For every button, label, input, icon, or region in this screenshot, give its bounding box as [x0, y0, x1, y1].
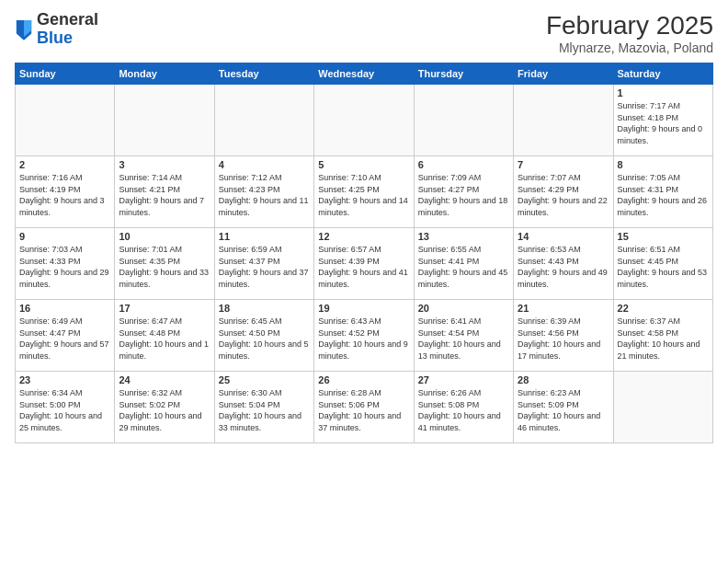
calendar-cell: 25Sunrise: 6:30 AM Sunset: 5:04 PM Dayli…	[214, 372, 313, 443]
day-info: Sunrise: 6:59 AM Sunset: 4:37 PM Dayligh…	[219, 244, 310, 290]
month-title: February 2025	[546, 11, 713, 40]
header: General Blue February 2025 Mlynarze, Maz…	[15, 11, 713, 55]
day-info: Sunrise: 6:39 AM Sunset: 4:56 PM Dayligh…	[518, 316, 609, 362]
calendar-day-header: Wednesday	[314, 63, 414, 85]
calendar-day-header: Thursday	[414, 63, 513, 85]
calendar-cell: 6Sunrise: 7:09 AM Sunset: 4:27 PM Daylig…	[414, 156, 513, 228]
calendar-cell: 1Sunrise: 7:17 AM Sunset: 4:18 PM Daylig…	[613, 85, 712, 156]
logo: General Blue	[15, 11, 98, 48]
calendar-cell	[613, 372, 712, 443]
day-number: 22	[618, 303, 709, 314]
calendar-cell	[214, 85, 313, 156]
calendar-cell: 7Sunrise: 7:07 AM Sunset: 4:29 PM Daylig…	[514, 156, 613, 228]
calendar-cell	[115, 85, 214, 156]
day-info: Sunrise: 6:51 AM Sunset: 4:45 PM Dayligh…	[618, 244, 709, 290]
calendar-cell: 26Sunrise: 6:28 AM Sunset: 5:06 PM Dayli…	[314, 372, 414, 443]
location: Mlynarze, Mazovia, Poland	[546, 40, 713, 55]
day-number: 14	[518, 231, 609, 242]
calendar-cell: 11Sunrise: 6:59 AM Sunset: 4:37 PM Dayli…	[214, 228, 313, 300]
day-info: Sunrise: 6:55 AM Sunset: 4:41 PM Dayligh…	[418, 244, 509, 290]
day-info: Sunrise: 7:05 AM Sunset: 4:31 PM Dayligh…	[618, 172, 709, 218]
calendar: SundayMondayTuesdayWednesdayThursdayFrid…	[15, 63, 713, 443]
day-info: Sunrise: 6:57 AM Sunset: 4:39 PM Dayligh…	[318, 244, 409, 290]
calendar-cell	[16, 85, 115, 156]
day-info: Sunrise: 7:09 AM Sunset: 4:27 PM Dayligh…	[418, 172, 509, 218]
day-number: 4	[219, 159, 310, 170]
calendar-cell: 9Sunrise: 7:03 AM Sunset: 4:33 PM Daylig…	[16, 228, 115, 300]
calendar-day-header: Saturday	[613, 63, 712, 85]
day-info: Sunrise: 7:16 AM Sunset: 4:19 PM Dayligh…	[19, 172, 110, 218]
day-info: Sunrise: 6:49 AM Sunset: 4:47 PM Dayligh…	[19, 316, 110, 362]
calendar-cell: 3Sunrise: 7:14 AM Sunset: 4:21 PM Daylig…	[115, 156, 214, 228]
calendar-cell: 24Sunrise: 6:32 AM Sunset: 5:02 PM Dayli…	[115, 372, 214, 443]
day-number: 27	[418, 374, 509, 385]
calendar-cell: 28Sunrise: 6:23 AM Sunset: 5:09 PM Dayli…	[514, 372, 613, 443]
calendar-week-row: 2Sunrise: 7:16 AM Sunset: 4:19 PM Daylig…	[16, 156, 713, 228]
day-number: 2	[19, 159, 110, 170]
calendar-cell: 23Sunrise: 6:34 AM Sunset: 5:00 PM Dayli…	[16, 372, 115, 443]
calendar-day-header: Sunday	[16, 63, 115, 85]
calendar-cell: 17Sunrise: 6:47 AM Sunset: 4:48 PM Dayli…	[115, 300, 214, 372]
main-container: General Blue February 2025 Mlynarze, Maz…	[0, 0, 728, 451]
day-number: 11	[219, 231, 310, 242]
calendar-cell: 20Sunrise: 6:41 AM Sunset: 4:54 PM Dayli…	[414, 300, 513, 372]
day-info: Sunrise: 6:30 AM Sunset: 5:04 PM Dayligh…	[219, 387, 310, 433]
day-number: 16	[19, 303, 110, 314]
day-number: 24	[119, 374, 210, 385]
calendar-cell: 27Sunrise: 6:26 AM Sunset: 5:08 PM Dayli…	[414, 372, 513, 443]
calendar-week-row: 23Sunrise: 6:34 AM Sunset: 5:00 PM Dayli…	[16, 372, 713, 443]
day-number: 9	[19, 231, 110, 242]
day-number: 18	[219, 303, 310, 314]
day-number: 13	[418, 231, 509, 242]
logo-icon	[15, 18, 33, 40]
logo-text: General Blue	[37, 11, 98, 48]
day-number: 28	[518, 374, 609, 385]
day-number: 6	[418, 159, 509, 170]
day-info: Sunrise: 6:37 AM Sunset: 4:58 PM Dayligh…	[618, 316, 709, 362]
calendar-day-header: Monday	[115, 63, 214, 85]
calendar-cell: 13Sunrise: 6:55 AM Sunset: 4:41 PM Dayli…	[414, 228, 513, 300]
day-number: 1	[618, 87, 709, 98]
calendar-week-row: 9Sunrise: 7:03 AM Sunset: 4:33 PM Daylig…	[16, 228, 713, 300]
calendar-cell: 10Sunrise: 7:01 AM Sunset: 4:35 PM Dayli…	[115, 228, 214, 300]
day-info: Sunrise: 7:03 AM Sunset: 4:33 PM Dayligh…	[19, 244, 110, 290]
day-number: 25	[219, 374, 310, 385]
day-info: Sunrise: 6:34 AM Sunset: 5:00 PM Dayligh…	[19, 387, 110, 433]
day-info: Sunrise: 6:45 AM Sunset: 4:50 PM Dayligh…	[219, 316, 310, 362]
calendar-week-row: 1Sunrise: 7:17 AM Sunset: 4:18 PM Daylig…	[16, 85, 713, 156]
calendar-cell: 5Sunrise: 7:10 AM Sunset: 4:25 PM Daylig…	[314, 156, 414, 228]
day-info: Sunrise: 6:26 AM Sunset: 5:08 PM Dayligh…	[418, 387, 509, 433]
calendar-cell: 22Sunrise: 6:37 AM Sunset: 4:58 PM Dayli…	[613, 300, 712, 372]
day-info: Sunrise: 6:53 AM Sunset: 4:43 PM Dayligh…	[518, 244, 609, 290]
day-number: 8	[618, 159, 709, 170]
day-info: Sunrise: 6:43 AM Sunset: 4:52 PM Dayligh…	[318, 316, 409, 362]
calendar-cell	[414, 85, 513, 156]
calendar-cell: 18Sunrise: 6:45 AM Sunset: 4:50 PM Dayli…	[214, 300, 313, 372]
calendar-cell: 19Sunrise: 6:43 AM Sunset: 4:52 PM Dayli…	[314, 300, 414, 372]
logo-general: General	[37, 10, 98, 29]
day-info: Sunrise: 6:28 AM Sunset: 5:06 PM Dayligh…	[318, 387, 409, 433]
calendar-week-row: 16Sunrise: 6:49 AM Sunset: 4:47 PM Dayli…	[16, 300, 713, 372]
day-number: 15	[618, 231, 709, 242]
day-info: Sunrise: 7:12 AM Sunset: 4:23 PM Dayligh…	[219, 172, 310, 218]
day-info: Sunrise: 7:10 AM Sunset: 4:25 PM Dayligh…	[318, 172, 409, 218]
calendar-cell: 16Sunrise: 6:49 AM Sunset: 4:47 PM Dayli…	[16, 300, 115, 372]
day-info: Sunrise: 7:17 AM Sunset: 4:18 PM Dayligh…	[618, 100, 709, 146]
day-number: 20	[418, 303, 509, 314]
day-number: 19	[318, 303, 409, 314]
calendar-cell	[514, 85, 613, 156]
title-section: February 2025 Mlynarze, Mazovia, Poland	[546, 11, 713, 55]
calendar-cell	[314, 85, 414, 156]
day-info: Sunrise: 6:23 AM Sunset: 5:09 PM Dayligh…	[518, 387, 609, 433]
calendar-cell: 8Sunrise: 7:05 AM Sunset: 4:31 PM Daylig…	[613, 156, 712, 228]
day-number: 7	[518, 159, 609, 170]
day-number: 26	[318, 374, 409, 385]
calendar-header-row: SundayMondayTuesdayWednesdayThursdayFrid…	[16, 63, 713, 85]
day-info: Sunrise: 7:07 AM Sunset: 4:29 PM Dayligh…	[518, 172, 609, 218]
day-info: Sunrise: 7:01 AM Sunset: 4:35 PM Dayligh…	[119, 244, 210, 290]
day-number: 3	[119, 159, 210, 170]
calendar-cell: 15Sunrise: 6:51 AM Sunset: 4:45 PM Dayli…	[613, 228, 712, 300]
calendar-cell: 2Sunrise: 7:16 AM Sunset: 4:19 PM Daylig…	[16, 156, 115, 228]
calendar-cell: 4Sunrise: 7:12 AM Sunset: 4:23 PM Daylig…	[214, 156, 313, 228]
calendar-day-header: Friday	[514, 63, 613, 85]
